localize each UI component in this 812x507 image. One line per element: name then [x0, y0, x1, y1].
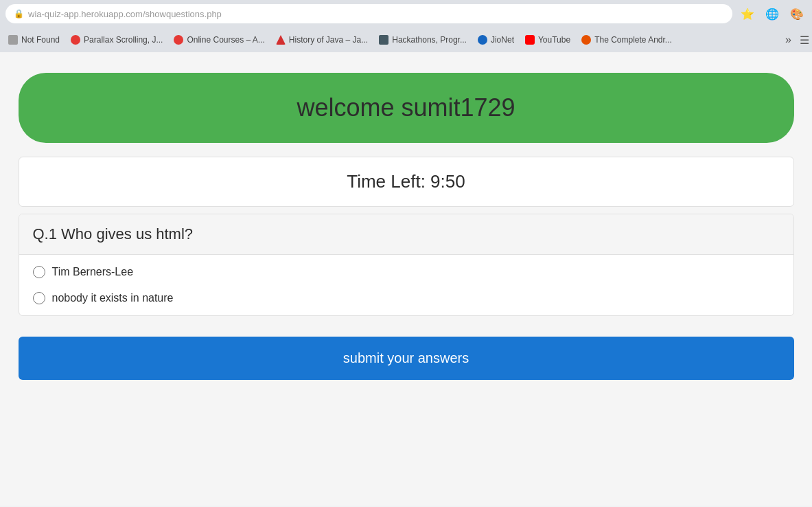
tab-label-hackathons: Hackathons, Progr... — [392, 35, 467, 45]
option-1-label[interactable]: Tim Berners-Lee — [33, 266, 780, 278]
tab-hackathons[interactable]: Hackathons, Progr... — [373, 30, 472, 49]
tabs-more-button[interactable]: » — [780, 34, 797, 46]
tab-android[interactable]: The Complete Andr... — [576, 30, 677, 49]
tab-favicon-not-found — [8, 35, 18, 45]
tab-label-jionet: JioNet — [491, 35, 514, 45]
translate-button[interactable]: 🌐 — [763, 4, 782, 23]
lock-icon: 🔒 — [14, 9, 24, 19]
question-header: Q.1 Who gives us html? — [19, 214, 793, 255]
question-text: Q.1 Who gives us html? — [33, 225, 780, 243]
tab-favicon-parallax — [71, 35, 80, 45]
tab-favicon-android — [581, 35, 591, 45]
tab-label-courses: Online Courses – A... — [187, 35, 264, 45]
question-options: Tim Berners-Lee nobody it exists in natu… — [19, 255, 793, 315]
submit-button[interactable]: submit your answers — [19, 337, 794, 380]
tab-favicon-java — [276, 35, 286, 45]
timer-text: Time Left: 9:50 — [33, 171, 780, 192]
color-button[interactable]: 🎨 — [787, 4, 807, 23]
browser-chrome: 🔒 wia-quiz-app.herokuapp.com/showquestio… — [0, 0, 812, 52]
tab-label-parallax: Parallax Scrolling, J... — [84, 35, 163, 45]
tab-parallax[interactable]: Parallax Scrolling, J... — [65, 30, 168, 49]
welcome-banner: welcome sumit1729 — [19, 73, 794, 143]
tab-label-android: The Complete Andr... — [594, 35, 672, 45]
option-1-text: Tim Berners-Lee — [52, 266, 134, 278]
tab-favicon-hackathons — [379, 35, 388, 45]
option-2-text: nobody it exists in nature — [52, 292, 174, 304]
address-path: /showquestions.php — [143, 9, 222, 19]
tab-online-courses[interactable]: Online Courses – A... — [168, 30, 270, 49]
option-1-radio[interactable] — [33, 266, 45, 278]
tab-favicon-jionet — [478, 35, 487, 45]
tab-not-found[interactable]: Not Found — [3, 30, 65, 49]
welcome-text: welcome sumit1729 — [39, 93, 774, 122]
tab-youtube[interactable]: YouTube — [520, 30, 576, 49]
address-bar[interactable]: 🔒 wia-quiz-app.herokuapp.com/showquestio… — [5, 4, 732, 23]
tab-label-youtube: YouTube — [538, 35, 570, 45]
tab-label-java: History of Java – Ja... — [289, 35, 368, 45]
star-button[interactable]: ⭐ — [738, 4, 757, 23]
tab-favicon-courses — [174, 35, 183, 45]
question-card: Q.1 Who gives us html? Tim Berners-Lee n… — [19, 214, 794, 316]
tab-jionet[interactable]: JioNet — [472, 30, 520, 49]
address-text: wia-quiz-app.herokuapp.com/showquestions… — [28, 9, 222, 19]
page-content: welcome sumit1729 Time Left: 9:50 Q.1 Wh… — [0, 52, 812, 506]
bookmarks-icon[interactable]: ☰ — [800, 34, 809, 47]
option-2-radio[interactable] — [33, 292, 45, 304]
tab-history-java[interactable]: History of Java – Ja... — [270, 30, 373, 49]
timer-card: Time Left: 9:50 — [19, 157, 794, 207]
option-2-label[interactable]: nobody it exists in nature — [33, 292, 780, 304]
tab-favicon-youtube — [525, 35, 535, 45]
tab-label-not-found: Not Found — [21, 35, 60, 45]
address-bar-row: 🔒 wia-quiz-app.herokuapp.com/showquestio… — [0, 0, 812, 27]
tabs-row: Not Found Parallax Scrolling, J... Onlin… — [0, 27, 812, 52]
